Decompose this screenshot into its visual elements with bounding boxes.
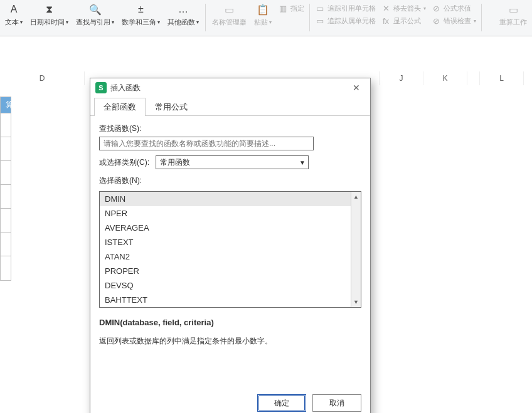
function-item[interactable]: DEVSQ bbox=[100, 278, 351, 293]
sheet-area: D J K L 算 S 插入函数 ✕ 全部函数 常用公式 查找函数(S) bbox=[0, 36, 532, 413]
function-item[interactable]: BAHTTEXT bbox=[100, 293, 351, 307]
col-header[interactable]: L bbox=[480, 71, 524, 85]
ribbon-small-col-1: ▥指定 bbox=[275, 3, 307, 26]
ribbon-empty bbox=[278, 15, 304, 26]
search-input[interactable] bbox=[99, 137, 314, 150]
category-label: 或选择类别(C): bbox=[99, 157, 149, 168]
table-cell[interactable] bbox=[1, 185, 11, 209]
ribbon-small-col-3: ✕移去箭头▾ fx显示公式 bbox=[378, 3, 428, 26]
more-icon: … bbox=[174, 3, 192, 16]
remove-arrow-icon: ✕ bbox=[381, 4, 391, 13]
search-label: 查找函数(S): bbox=[99, 123, 361, 134]
table-cell[interactable] bbox=[1, 233, 11, 256]
chevron-down-icon: ▾ bbox=[269, 19, 272, 25]
chevron-down-icon: ▾ bbox=[474, 18, 476, 24]
dialog-title: 插入函数 bbox=[110, 83, 141, 93]
separator bbox=[205, 4, 206, 31]
recalc-icon: ▭ bbox=[504, 3, 522, 16]
ribbon-error-check: ⊘错误检查▾ bbox=[431, 15, 476, 26]
tab-common-formulas[interactable]: 常用公式 bbox=[146, 98, 197, 116]
ribbon-group-math[interactable]: ± 数学和三角▾ bbox=[118, 3, 164, 27]
ribbon-show-formula: fx显示公式 bbox=[381, 15, 426, 26]
math-icon: ± bbox=[132, 3, 150, 16]
chevron-down-icon: ▾ bbox=[423, 6, 426, 11]
ribbon-group-other[interactable]: … 其他函数▾ bbox=[164, 3, 203, 27]
app-logo-icon: S bbox=[95, 82, 107, 93]
search-icon: 🔍 bbox=[87, 3, 104, 16]
ribbon-group-text[interactable]: A 文本▾ bbox=[1, 3, 26, 27]
select-function-label: 选择函数(N): bbox=[99, 175, 361, 186]
ribbon-group-name-manager: ▭ 名称管理器 bbox=[208, 3, 250, 27]
scrollbar[interactable]: ▲ ▼ bbox=[351, 192, 361, 307]
table-cell[interactable] bbox=[1, 256, 11, 280]
trace-icon: ▭ bbox=[315, 4, 325, 13]
ribbon-small-col-2: ▭追踪引用单元格 ▭追踪从属单元格 bbox=[312, 3, 378, 26]
table-cell[interactable] bbox=[1, 209, 11, 233]
table-cell[interactable] bbox=[1, 137, 11, 161]
function-signature: DMIN(database, field, criteria) bbox=[99, 318, 361, 327]
scroll-up-icon[interactable]: ▲ bbox=[353, 192, 359, 202]
table-cell[interactable] bbox=[1, 113, 11, 137]
separator bbox=[481, 4, 482, 31]
category-select[interactable]: 常用函数 ▼ bbox=[156, 155, 309, 169]
chevron-down-icon: ▾ bbox=[157, 19, 160, 25]
function-item[interactable]: PROPER bbox=[100, 264, 351, 278]
ribbon-group-recalc: ▭ 重算工作 bbox=[496, 3, 531, 27]
dialog-titlebar[interactable]: S 插入函数 ✕ bbox=[90, 78, 370, 97]
trace-icon: ▭ bbox=[315, 16, 325, 26]
col-header[interactable]: K bbox=[423, 71, 467, 85]
ribbon-group-lookup[interactable]: 🔍 查找与引用▾ bbox=[72, 3, 118, 27]
partial-table: 算 bbox=[0, 97, 11, 281]
chevron-down-icon: ▾ bbox=[196, 19, 199, 25]
function-item[interactable]: NPER bbox=[100, 206, 351, 221]
scroll-down-icon[interactable]: ▼ bbox=[353, 297, 359, 307]
function-item[interactable]: DMIN bbox=[100, 192, 351, 206]
text-icon: A bbox=[5, 3, 23, 16]
insert-function-dialog: S 插入函数 ✕ 全部函数 常用公式 查找函数(S): 或选择类别(C): 常用… bbox=[90, 78, 371, 413]
assign-icon: ▥ bbox=[278, 4, 288, 13]
ribbon-assign: ▥指定 bbox=[278, 3, 304, 14]
error-icon: ⊘ bbox=[431, 16, 441, 26]
dialog-tabs: 全部函数 常用公式 bbox=[90, 97, 370, 116]
function-description: 返回列表或数据库的列中满足指定条件的最小数字。 bbox=[99, 336, 361, 347]
ribbon-trace-prec: ▭追踪引用单元格 bbox=[315, 3, 376, 14]
cancel-button[interactable]: 取消 bbox=[312, 394, 361, 412]
function-item[interactable]: ISTEXT bbox=[100, 235, 351, 249]
chevron-down-icon: ▾ bbox=[20, 19, 23, 25]
dialog-footer: 确定 取消 bbox=[90, 388, 370, 413]
ribbon-eval: ⊘公式求值 bbox=[431, 3, 476, 14]
chevron-down-icon: ▼ bbox=[299, 159, 306, 166]
function-item[interactable]: ATAN2 bbox=[100, 249, 351, 264]
col-header[interactable]: D bbox=[0, 71, 85, 85]
ribbon-trace-dep: ▭追踪从属单元格 bbox=[315, 15, 376, 26]
ribbon-remove-arrow: ✕移去箭头▾ bbox=[381, 3, 426, 14]
table-cell[interactable] bbox=[1, 161, 11, 185]
fx-icon: fx bbox=[381, 16, 391, 26]
chevron-down-icon: ▾ bbox=[112, 19, 114, 25]
function-item[interactable]: AVERAGEA bbox=[100, 221, 351, 235]
table-header: 算 bbox=[1, 97, 11, 113]
function-list: DMIN NPER AVERAGEA ISTEXT ATAN2 PROPER D… bbox=[99, 191, 361, 308]
tab-all-functions[interactable]: 全部函数 bbox=[94, 98, 146, 116]
col-header[interactable]: J bbox=[380, 71, 423, 85]
paste-icon: 📋 bbox=[254, 3, 272, 16]
ribbon-small-col-4: ⊘公式求值 ⊘错误检查▾ bbox=[428, 3, 479, 26]
name-manager-icon: ▭ bbox=[221, 3, 238, 16]
clock-icon: ⧗ bbox=[41, 3, 58, 16]
chevron-down-icon: ▾ bbox=[66, 19, 68, 25]
ribbon-group-datetime[interactable]: ⧗ 日期和时间▾ bbox=[26, 3, 72, 27]
col-header bbox=[467, 71, 480, 85]
dialog-body: 查找函数(S): 或选择类别(C): 常用函数 ▼ 选择函数(N): DMIN … bbox=[90, 116, 370, 388]
separator bbox=[309, 4, 310, 31]
close-icon: ✕ bbox=[353, 83, 360, 93]
eval-icon: ⊘ bbox=[431, 4, 441, 13]
category-value: 常用函数 bbox=[160, 157, 190, 168]
ribbon: A 文本▾ ⧗ 日期和时间▾ 🔍 查找与引用▾ ± 数学和三角▾ … 其他函数▾… bbox=[0, 0, 532, 36]
ok-button[interactable]: 确定 bbox=[257, 394, 306, 412]
ribbon-group-paste: 📋 粘贴▾ bbox=[250, 3, 275, 27]
close-button[interactable]: ✕ bbox=[348, 80, 365, 95]
